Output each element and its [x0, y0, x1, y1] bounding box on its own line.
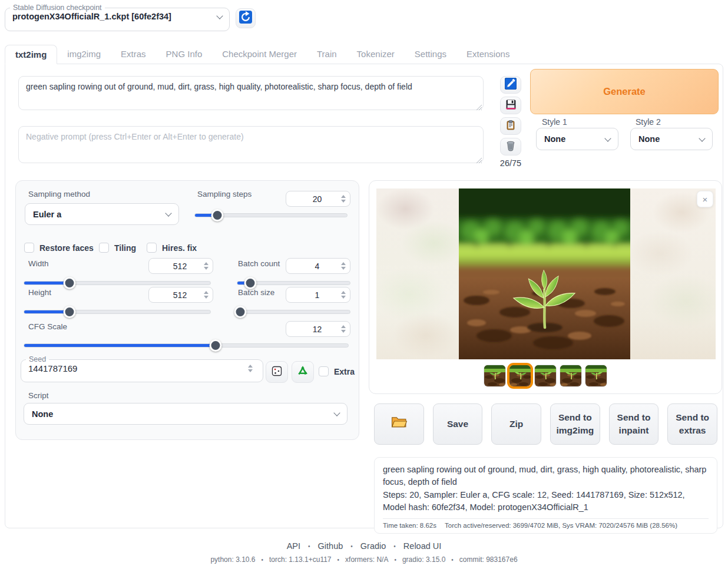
clear-prompt-button[interactable]: [500, 138, 521, 156]
refresh-checkpoint-button[interactable]: [236, 8, 256, 28]
seed-value: 1441787169: [28, 363, 247, 373]
paintbrush-button[interactable]: [500, 76, 521, 94]
trash-icon: [505, 140, 516, 154]
info-performance-row: Time taken: 8.62s Torch active/reserved:…: [383, 518, 709, 529]
thumbnail-3[interactable]: [534, 365, 557, 387]
sampling-steps-input[interactable]: 20: [286, 191, 350, 207]
style1-label: Style 1: [542, 117, 567, 127]
commit-hash: commit: 983167e6: [459, 555, 518, 564]
sampling-method-label: Sampling method: [28, 190, 90, 199]
dot-separator: •: [394, 557, 396, 563]
random-seed-button[interactable]: [266, 361, 288, 383]
extra-seed-checkbox[interactable]: Extra: [319, 366, 355, 376]
thumbnail-4[interactable]: [560, 365, 582, 387]
checkpoint-label: Stable Diffusion checkpoint: [10, 4, 105, 12]
info-params-text: Steps: 20, Sampler: Euler a, CFG scale: …: [383, 489, 709, 514]
stepper-arrows-icon[interactable]: [203, 262, 213, 270]
cfg-scale-label: CFG Scale: [28, 322, 67, 331]
vram-usage-text: Torch active/reserved: 3699/4702 MiB, Sy…: [445, 522, 677, 529]
paintbrush-icon: [505, 78, 517, 92]
txt2img-panel: green sapling rowing out of ground, mud,…: [5, 64, 723, 528]
folder-icon: [391, 416, 407, 432]
tab-txt2img[interactable]: txt2img: [5, 45, 57, 64]
footer-link-api[interactable]: API: [287, 541, 300, 551]
batch-count-label: Batch count: [238, 259, 280, 268]
seed-input[interactable]: Seed 1441787169: [21, 355, 263, 382]
dot-separator: •: [393, 543, 396, 550]
save-style-button[interactable]: [500, 97, 521, 114]
tab-tokenizer[interactable]: Tokenizer: [347, 45, 405, 64]
send-to-extras-button[interactable]: Send to extras: [667, 403, 717, 445]
footer-link-reload-ui[interactable]: Reload UI: [403, 541, 441, 551]
generated-image-preview[interactable]: [459, 188, 630, 359]
chevron-down-icon: [333, 409, 340, 416]
sampling-method-dropdown[interactable]: Euler a: [25, 203, 179, 225]
token-counter: 26/75: [498, 158, 524, 168]
tab-img2img[interactable]: img2img: [57, 45, 111, 64]
output-gallery: ×: [369, 180, 722, 394]
width-input[interactable]: 512: [148, 258, 213, 274]
gallery-viewport: ×: [369, 180, 722, 394]
tab-settings[interactable]: Settings: [405, 45, 456, 64]
send-to-inpaint-button[interactable]: Send to inpaint: [609, 403, 659, 445]
style2-dropdown[interactable]: None: [630, 128, 713, 150]
style1-dropdown[interactable]: None: [536, 128, 618, 150]
thumbnail-1[interactable]: [484, 365, 506, 387]
thumbnail-5[interactable]: [585, 365, 607, 387]
stepper-arrows-icon[interactable]: [340, 262, 350, 270]
reuse-seed-button[interactable]: [292, 361, 314, 383]
batch-size-input[interactable]: 1: [286, 287, 350, 303]
tab-extensions[interactable]: Extensions: [456, 45, 519, 64]
python-version: python: 3.10.6: [210, 555, 255, 564]
chevron-down-icon: [699, 135, 705, 141]
tiling-checkbox[interactable]: Tiling: [99, 243, 136, 253]
thumbnail-2-selected[interactable]: [509, 365, 531, 387]
stepper-arrows-icon[interactable]: [340, 195, 350, 203]
script-label: Script: [28, 391, 49, 400]
prompt-input[interactable]: green sapling rowing out of ground, mud,…: [18, 76, 484, 110]
zip-button[interactable]: Zip: [491, 403, 541, 445]
height-input[interactable]: 512: [148, 287, 213, 303]
cfg-scale-slider[interactable]: [24, 339, 349, 352]
checkpoint-value: protogenX34OfficialR_1.ckpt [60fe2f34]: [12, 12, 217, 21]
sampling-steps-slider[interactable]: [194, 209, 348, 221]
height-slider[interactable]: [24, 305, 211, 318]
gallery-blur-backdrop-left: [376, 188, 459, 359]
script-dropdown[interactable]: None: [24, 403, 348, 425]
generate-button[interactable]: Generate: [530, 69, 719, 114]
apply-style-button[interactable]: [500, 117, 521, 135]
save-button[interactable]: Save: [433, 403, 483, 445]
send-to-img2img-button[interactable]: Send to img2img: [550, 403, 600, 445]
tab-checkpoint-merger[interactable]: Checkpoint Merger: [212, 45, 307, 64]
seed-label: Seed: [26, 355, 49, 363]
stepper-arrows-icon[interactable]: [247, 365, 257, 372]
output-actions: Save Zip Send to img2img Send to inpaint…: [374, 403, 717, 445]
batch-size-label: Batch size: [238, 288, 274, 297]
close-icon[interactable]: ×: [697, 191, 713, 207]
recycle-icon: [297, 365, 309, 379]
gallery-blur-backdrop-right: [630, 188, 716, 359]
hires-fix-checkbox[interactable]: Hires. fix: [147, 243, 197, 253]
stepper-arrows-icon[interactable]: [340, 291, 350, 299]
negative-prompt-input[interactable]: [18, 126, 484, 163]
tab-train[interactable]: Train: [307, 45, 347, 64]
chevron-down-icon: [165, 210, 171, 216]
stepper-arrows-icon[interactable]: [203, 291, 213, 299]
chevron-down-icon: [604, 135, 611, 141]
footer-link-gradio[interactable]: Gradio: [360, 541, 386, 551]
batch-size-slider[interactable]: [237, 305, 350, 318]
stepper-arrows-icon[interactable]: [340, 325, 350, 333]
checkpoint-dropdown[interactable]: Stable Diffusion checkpoint protogenX34O…: [5, 4, 230, 31]
footer-link-github[interactable]: Github: [318, 541, 343, 551]
restore-faces-checkbox[interactable]: Restore faces: [24, 243, 94, 253]
gradio-version: gradio: 3.15.0: [402, 555, 445, 564]
batch-count-input[interactable]: 4: [286, 258, 350, 274]
height-label: Height: [28, 288, 51, 297]
cfg-scale-input[interactable]: 12: [286, 321, 350, 337]
tab-png-info[interactable]: PNG Info: [156, 45, 213, 64]
tab-extras[interactable]: Extras: [111, 45, 156, 64]
width-label: Width: [28, 259, 49, 268]
torch-version: torch: 1.13.1+cu117: [269, 555, 332, 564]
open-folder-button[interactable]: [374, 403, 424, 445]
thumbnail-strip: [369, 365, 722, 387]
